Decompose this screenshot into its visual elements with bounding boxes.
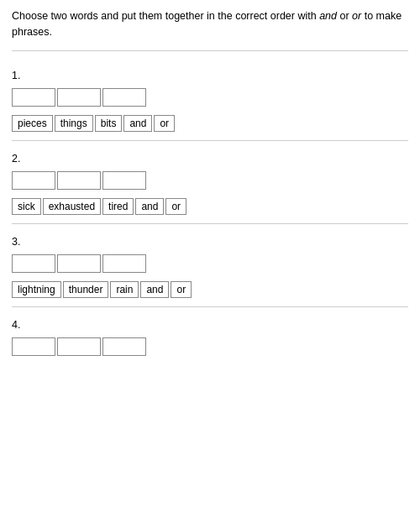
- section-2: 2. sick exhausted tired and or: [12, 141, 408, 224]
- answer-box-2-1[interactable]: [12, 171, 55, 190]
- answer-box-4-2[interactable]: [57, 337, 101, 356]
- section-4: 4.: [12, 307, 408, 359]
- word-chip-rain[interactable]: rain: [110, 281, 139, 298]
- word-chip-or-1[interactable]: or: [154, 115, 175, 132]
- section-2-answer-boxes: [12, 171, 408, 190]
- section-3-number: 3.: [12, 236, 408, 248]
- word-chip-or-2[interactable]: or: [165, 198, 186, 215]
- word-chip-or-3[interactable]: or: [171, 281, 192, 298]
- word-chip-lightning[interactable]: lightning: [12, 281, 61, 298]
- word-chip-thunder[interactable]: thunder: [63, 281, 109, 298]
- section-4-number: 4.: [12, 319, 408, 331]
- word-chip-tired[interactable]: tired: [102, 198, 134, 215]
- word-chip-and-2[interactable]: and: [135, 198, 164, 215]
- section-4-answer-boxes: [12, 337, 408, 356]
- word-chip-exhausted[interactable]: exhausted: [43, 198, 101, 215]
- section-3-words: lightning thunder rain and or: [12, 281, 408, 298]
- answer-box-1-3[interactable]: [102, 88, 146, 107]
- section-3: 3. lightning thunder rain and or: [12, 224, 408, 307]
- answer-box-1-1[interactable]: [12, 88, 55, 107]
- answer-box-3-2[interactable]: [57, 254, 101, 273]
- answer-box-1-2[interactable]: [57, 88, 101, 107]
- answer-box-3-1[interactable]: [12, 254, 55, 273]
- answer-box-4-1[interactable]: [12, 337, 55, 356]
- answer-box-3-3[interactable]: [102, 254, 146, 273]
- section-2-words: sick exhausted tired and or: [12, 198, 408, 215]
- word-chip-and-3[interactable]: and: [140, 281, 169, 298]
- answer-box-2-2[interactable]: [57, 171, 101, 190]
- section-3-answer-boxes: [12, 254, 408, 273]
- word-chip-and-1[interactable]: and: [123, 115, 152, 132]
- answer-box-2-3[interactable]: [102, 171, 146, 190]
- section-1-number: 1.: [12, 70, 408, 81]
- word-chip-pieces[interactable]: pieces: [12, 115, 53, 132]
- section-1-words: pieces things bits and or: [12, 115, 408, 132]
- top-divider: [12, 50, 408, 51]
- section-2-number: 2.: [12, 153, 408, 165]
- answer-box-4-3[interactable]: [102, 337, 146, 356]
- word-chip-sick[interactable]: sick: [12, 198, 41, 215]
- section-1: 1. pieces things bits and or: [12, 58, 408, 141]
- word-chip-bits[interactable]: bits: [95, 115, 123, 132]
- section-1-answer-boxes: [12, 88, 408, 107]
- instructions: Choose two words and put them together i…: [12, 8, 408, 40]
- word-chip-things[interactable]: things: [55, 115, 93, 132]
